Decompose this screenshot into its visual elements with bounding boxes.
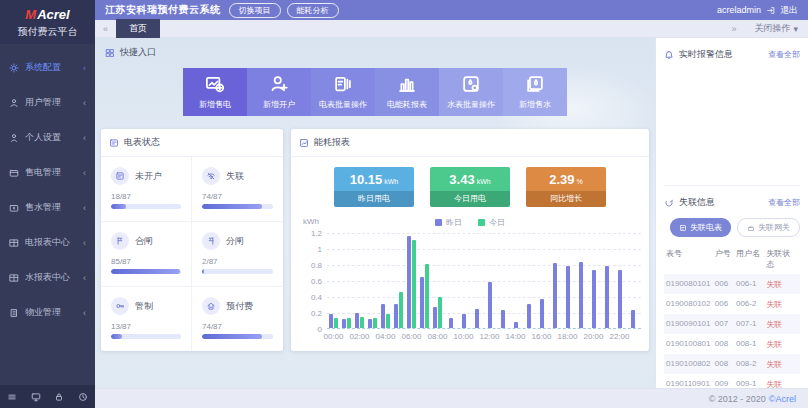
meter-status-title: 电表状态 xyxy=(124,136,160,149)
building-icon xyxy=(9,308,19,318)
header-pills: 切换项目能耗分析 xyxy=(229,3,339,18)
sidebar-item-1[interactable]: 用户管理 ‹ xyxy=(0,85,95,120)
energy-chart: kWh 昨日今日 00.20.40.60.811.2 00:0002:0004:… xyxy=(299,217,641,341)
column-header: 表号 xyxy=(666,248,715,270)
bar-group-11 xyxy=(470,309,483,328)
acrel-link[interactable]: ©Acrel xyxy=(769,394,796,404)
quick-button-3[interactable]: 电能耗报表 xyxy=(375,68,439,116)
quick-buttons: 新增售电 新增开户 电表批量操作 电能耗报表 水表批量操作 新增售水 xyxy=(95,68,655,116)
sidebar-item-2[interactable]: 个人设置 ‹ xyxy=(0,120,95,155)
x-axis-tick: 10:00 xyxy=(453,332,473,341)
copyright-text: © 2012 - 2020 xyxy=(709,394,766,404)
kpi-label: 同比增长 xyxy=(526,191,606,207)
bar-昨日 xyxy=(527,304,531,328)
alarm-view-all-link[interactable]: 查看全部 xyxy=(768,49,800,60)
quick-entry-icon xyxy=(105,48,115,58)
user-icon xyxy=(9,98,19,108)
kpi-card-2: 2.39% 同比增长 xyxy=(526,167,606,207)
sidebar-item-0[interactable]: 系统配置 ‹ xyxy=(0,50,95,85)
kpi-card-0: 10.15kWh 昨日用电 xyxy=(334,167,414,207)
progress-fill xyxy=(202,334,262,339)
x-axis-tick: 06:00 xyxy=(401,332,421,341)
y-axis-tick: 1.2 xyxy=(311,229,322,238)
bar-group-12 xyxy=(483,282,496,328)
bar-group-7 xyxy=(418,264,431,328)
sidebar-item-5[interactable]: 电报表中心 ‹ xyxy=(0,225,95,260)
sidebar-item-3[interactable]: 售电管理 ‹ xyxy=(0,155,95,190)
tab-home[interactable]: 首页 xyxy=(116,19,160,39)
bar-group-6 xyxy=(405,236,418,328)
offline-meter-button[interactable]: 失联电表 xyxy=(670,218,731,237)
system-title: 江苏安科瑞预付费云系统 xyxy=(105,3,221,17)
logout-button[interactable]: 退出 xyxy=(780,4,798,17)
bar-group-8 xyxy=(431,297,444,328)
bar-group-14 xyxy=(509,322,522,328)
legend-item[interactable]: 昨日 xyxy=(435,217,462,228)
bar-昨日 xyxy=(631,310,635,328)
chevron-collapse-icon: ‹ xyxy=(83,168,86,178)
monitor-icon[interactable] xyxy=(31,392,41,402)
chevron-collapse-icon: ‹ xyxy=(83,273,86,283)
cell-account-no: 007 xyxy=(715,319,736,330)
bar-group-9 xyxy=(444,318,457,328)
quick-button-4[interactable]: 水表批量操作 xyxy=(439,68,503,116)
x-axis-tick: 20:00 xyxy=(583,332,603,341)
status-count: 2/87 xyxy=(202,257,273,266)
y-axis-tick: 0.4 xyxy=(311,293,322,302)
x-axis-tick: 18:00 xyxy=(557,332,577,341)
table-row-5: 0190110901 009 009-1 失联 xyxy=(664,374,800,388)
legend-item[interactable]: 今日 xyxy=(478,217,505,228)
bar-group-5 xyxy=(392,292,405,328)
clock-icon[interactable] xyxy=(78,392,88,402)
bar-昨日 xyxy=(475,309,479,328)
quick-button-1[interactable]: 新增开户 xyxy=(247,68,311,116)
bar-昨日 xyxy=(488,282,492,328)
quick-button-2[interactable]: 电表批量操作 xyxy=(311,68,375,116)
close-operations-dropdown[interactable]: 关闭操作▾ xyxy=(754,22,798,35)
quick-button-5[interactable]: 新增售水 xyxy=(503,68,567,116)
status-count: 74/87 xyxy=(202,192,273,201)
lock-icon[interactable] xyxy=(54,392,64,402)
cell-offline-status: 失联 xyxy=(766,339,798,350)
kpi-value: 2.39% xyxy=(526,167,606,191)
sidebar-item-6[interactable]: 水报表中心 ‹ xyxy=(0,260,95,295)
sidebar-item-4[interactable]: 售水管理 ‹ xyxy=(0,190,95,225)
sidebar: MAcrel 预付费云平台 系统配置 ‹ 用户管理 ‹ 个人设置 ‹ 售电管理 … xyxy=(0,0,95,408)
status-count: 85/87 xyxy=(111,257,181,266)
bar-昨日 xyxy=(618,270,622,328)
cell-offline-status: 失联 xyxy=(766,319,798,330)
header-pill-1[interactable]: 能耗分析 xyxy=(287,3,339,18)
sidebar-footer xyxy=(0,385,95,408)
switch-open-icon xyxy=(202,232,220,250)
bar-group-20 xyxy=(587,270,600,328)
quick-button-0[interactable]: 新增售电 xyxy=(183,68,247,116)
chevron-collapse-icon: ‹ xyxy=(83,203,86,213)
y-axis-tick: 0 xyxy=(318,325,322,334)
bar-今日 xyxy=(373,318,377,328)
status-count: 18/87 xyxy=(111,192,181,201)
kpi-card-1: 3.43kWh 今日用电 xyxy=(430,167,510,207)
progress-track xyxy=(111,269,181,274)
logout-icon[interactable] xyxy=(766,6,775,15)
quick-entry-header: 快捷入口 xyxy=(95,38,655,59)
bar-昨日 xyxy=(501,310,505,328)
meter-status-grid: 未开户 18/87 失联 74/87 合闸 85/87 分闸 2/87 管制 1… xyxy=(101,157,283,351)
tabs-scroll-left-icon[interactable]: « xyxy=(95,24,116,34)
sidebar-item-7[interactable]: 物业管理 ‹ xyxy=(0,295,95,330)
chevron-down-icon: ▾ xyxy=(793,24,798,34)
bar-group-1 xyxy=(340,318,353,328)
column-header: 用户名 xyxy=(736,248,766,270)
energy-report-icon xyxy=(299,138,309,148)
gateway-small-icon xyxy=(747,224,755,232)
menu-icon[interactable] xyxy=(7,392,17,402)
bar-昨日 xyxy=(514,322,518,328)
header-pill-0[interactable]: 切换项目 xyxy=(229,3,281,18)
offline-view-all-link[interactable]: 查看全部 xyxy=(768,197,800,208)
table-row-2: 0190090101 007 007-1 失联 xyxy=(664,314,800,334)
offline-icon xyxy=(202,167,220,185)
offline-gateway-button[interactable]: 失联网关 xyxy=(737,218,800,237)
chart-x-axis-labels: 00:0002:0004:0006:0008:0010:0012:0014:00… xyxy=(327,329,641,341)
tabs-scroll-right-icon[interactable]: » xyxy=(723,24,744,34)
energy-kpis: 10.15kWh 昨日用电 3.43kWh 今日用电 2.39% 同比增长 xyxy=(291,167,649,207)
meter-status-item-0: 未开户 18/87 xyxy=(101,157,192,222)
